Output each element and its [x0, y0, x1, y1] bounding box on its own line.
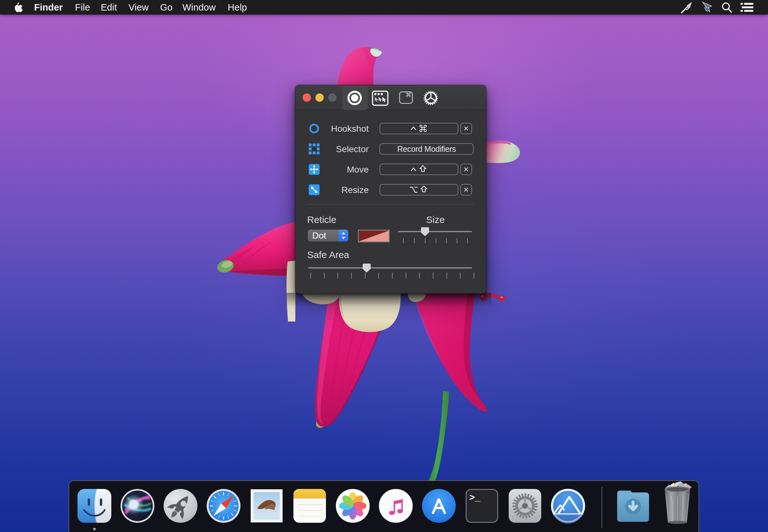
svg-text:>_: >_: [469, 492, 481, 503]
